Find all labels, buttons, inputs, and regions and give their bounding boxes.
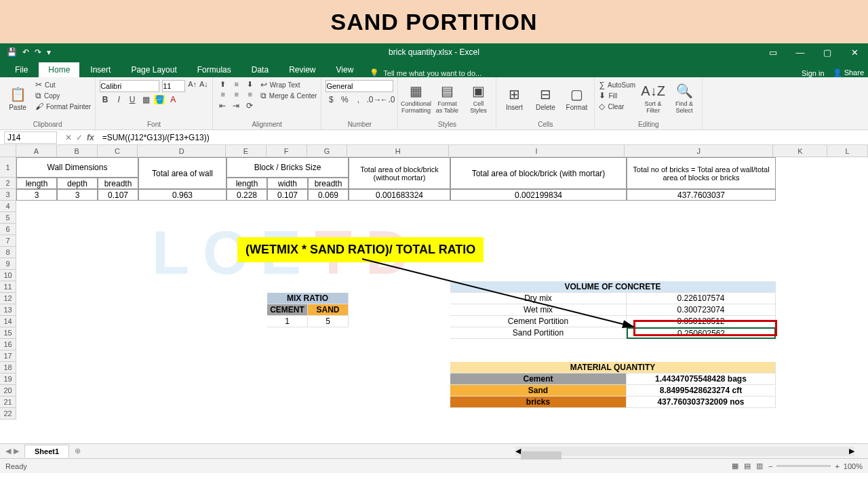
col-B[interactable]: B [57, 145, 98, 157]
cell-J3[interactable]: 437.7603037 [627, 189, 776, 201]
maximize-icon[interactable]: ▢ [814, 43, 841, 61]
orientation-icon[interactable]: ⟳ [244, 101, 255, 110]
sheet-nav-prev-icon[interactable]: ◀ [5, 447, 11, 455]
autosum-button[interactable]: ∑AutoSum [599, 80, 635, 89]
redo-icon[interactable]: ↷ [35, 47, 41, 57]
cell-wetmix-v[interactable]: 0.300723074 [627, 304, 776, 316]
font-name-select[interactable] [100, 80, 159, 92]
grow-font-icon[interactable]: A↑ [188, 80, 197, 92]
cell-B2[interactable]: depth [57, 178, 98, 189]
font-color-button[interactable]: A [167, 95, 178, 104]
zoom-slider[interactable] [776, 465, 831, 467]
view-page-break-icon[interactable]: ▥ [756, 462, 763, 470]
col-I[interactable]: I [449, 145, 625, 157]
col-F[interactable]: F [267, 145, 307, 157]
paste-button[interactable]: 📋Paste [4, 80, 31, 117]
cell-F3[interactable]: 0.107 [267, 189, 308, 201]
cell-E2[interactable]: length [226, 178, 267, 189]
cut-button[interactable]: ✂Cut [35, 80, 91, 89]
row-7[interactable]: 7 [0, 235, 16, 247]
indent-dec-icon[interactable]: ⇤ [217, 101, 228, 110]
tab-home[interactable]: Home [39, 62, 79, 77]
select-all-corner[interactable] [0, 145, 16, 157]
tab-data[interactable]: Data [242, 62, 278, 77]
row-12[interactable]: 12 [0, 293, 16, 304]
col-D[interactable]: D [138, 145, 226, 157]
close-icon[interactable]: ✕ [841, 43, 868, 61]
name-box[interactable]: J14 [4, 131, 57, 144]
format-painter-button[interactable]: 🖌Format Painter [35, 102, 91, 111]
wrap-text-button[interactable]: ↩Wrap Text [260, 80, 317, 89]
delete-cells-button[interactable]: ⊟Delete [532, 80, 559, 117]
row-20[interactable]: 20 [0, 385, 16, 396]
cell-sandp[interactable]: Sand Portition [450, 327, 627, 339]
cell-cement-h[interactable]: CEMENT [267, 304, 308, 316]
cell-drymix-v[interactable]: 0.226107574 [627, 293, 776, 304]
align-center-icon[interactable]: ≡ [231, 90, 243, 98]
cell-mixratio-title[interactable]: MIX RATIO [267, 293, 349, 304]
row-21[interactable]: 21 [0, 396, 16, 408]
view-normal-icon[interactable]: ▦ [732, 462, 738, 470]
spreadsheet-grid[interactable]: A B C D E F G H I J K L 1 2 3 4 5 6 7 8 … [0, 145, 868, 443]
accept-formula-icon[interactable]: ✓ [76, 133, 83, 142]
cell-F2[interactable]: width [267, 178, 308, 189]
align-right-icon[interactable]: ≡ [244, 90, 256, 98]
cell-mat-cement[interactable]: Cement [450, 373, 627, 385]
row-13[interactable]: 13 [0, 304, 16, 316]
cell-I3[interactable]: 0.002199834 [450, 189, 627, 201]
scroll-thumb[interactable] [521, 451, 561, 460]
formula-input[interactable]: =SUM((J12*G13)/(F13+G13)) [98, 133, 868, 142]
row-5[interactable]: 5 [0, 212, 16, 224]
cell-A3[interactable]: 3 [16, 189, 57, 201]
format-cells-button[interactable]: ▢Format [563, 80, 590, 117]
share-button[interactable]: 👤 Share [833, 68, 864, 77]
sheet-nav-next-icon[interactable]: ▶ [14, 447, 19, 455]
save-icon[interactable]: 💾 [7, 47, 17, 57]
align-bot-icon[interactable]: ⬇ [244, 80, 256, 89]
cell-material-title[interactable]: MATERIAL QUANTITY [450, 362, 776, 373]
row-18[interactable]: 18 [0, 362, 16, 373]
cell-mat-cement-v[interactable]: 1.44347075548428 bags [627, 373, 776, 385]
cell-wall-dims[interactable]: Wall Dimensions [16, 157, 138, 178]
col-J[interactable]: J [625, 145, 773, 157]
cell-block-size[interactable]: Block / Bricks Size [226, 157, 349, 178]
cells-area[interactable]: LCETD Wall Dimensions Total area of wall… [16, 157, 868, 420]
col-E[interactable]: E [226, 145, 267, 157]
scroll-left-icon[interactable]: ◀ [515, 447, 521, 455]
horizontal-scrollbar[interactable]: ◀ ▶ [515, 447, 854, 456]
row-15[interactable]: 15 [0, 327, 16, 339]
cell-area-mortar[interactable]: Total area of block/brick (with mortar) [450, 157, 627, 189]
cell-sand-v[interactable]: 5 [308, 316, 349, 327]
cell-H3[interactable]: 0.001683324 [349, 189, 450, 201]
row-3[interactable]: 3 [0, 189, 16, 201]
align-mid-icon[interactable]: ≡ [231, 80, 243, 89]
cell-mat-bricks[interactable]: bricks [450, 396, 627, 408]
sheet-tab-sheet1[interactable]: Sheet1 [24, 445, 69, 458]
shrink-font-icon[interactable]: A↓ [199, 80, 208, 92]
tab-view[interactable]: View [327, 62, 363, 77]
cancel-formula-icon[interactable]: ✕ [65, 133, 72, 142]
row-4[interactable]: 4 [0, 201, 16, 212]
merge-center-button[interactable]: ⧉Merge & Center [260, 91, 317, 100]
ribbon-options-icon[interactable]: ▭ [760, 43, 787, 61]
cell-A2[interactable]: length [16, 178, 57, 189]
cell-D3[interactable]: 0.963 [138, 189, 226, 201]
percent-icon[interactable]: % [339, 95, 350, 104]
italic-button[interactable]: I [113, 95, 124, 104]
align-top-icon[interactable]: ⬆ [217, 80, 229, 89]
minimize-icon[interactable]: — [787, 43, 814, 61]
number-format-select[interactable] [326, 80, 393, 92]
tab-page-layout[interactable]: Page Layout [121, 62, 186, 77]
row-10[interactable]: 10 [0, 270, 16, 281]
cell-cement-v[interactable]: 1 [267, 316, 308, 327]
zoom-out-icon[interactable]: − [768, 462, 772, 470]
cell-mat-sand-v[interactable]: 8.84995428623274 cft [627, 385, 776, 396]
indent-inc-icon[interactable]: ⇥ [231, 101, 241, 110]
col-H[interactable]: H [347, 145, 449, 157]
row-6[interactable]: 6 [0, 224, 16, 235]
sign-in-link[interactable]: Sign in [802, 69, 825, 77]
font-size-select[interactable] [162, 80, 185, 92]
find-select-button[interactable]: 🔍Find & Select [671, 80, 698, 117]
row-8[interactable]: 8 [0, 247, 16, 258]
qat-dropdown-icon[interactable]: ▾ [47, 47, 51, 57]
